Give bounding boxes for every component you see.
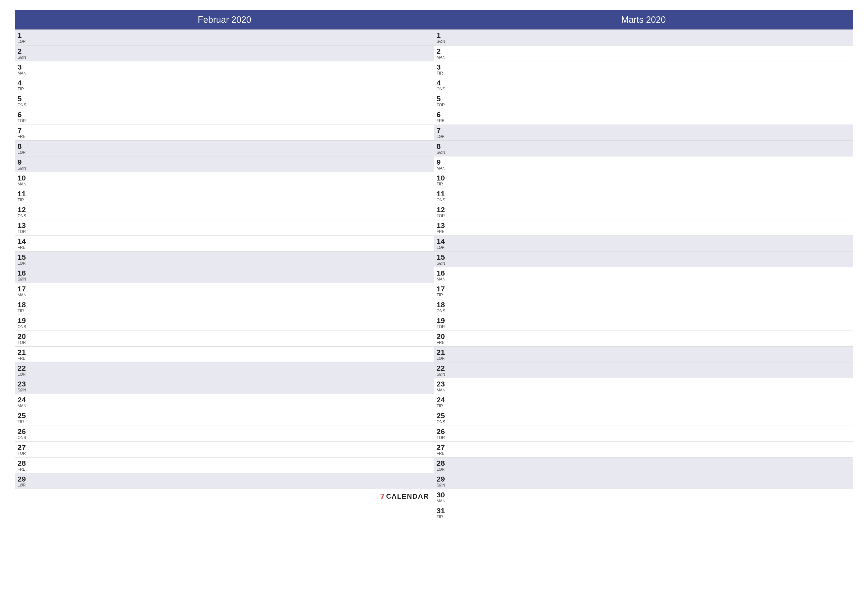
table-row: 23MAN [434,378,853,394]
day-content [454,172,853,188]
day-number: 16 [437,269,451,277]
table-row: 6FRE [434,109,853,125]
day-name: TOR [17,230,33,234]
table-row: 27TOR [15,442,434,457]
day-content [35,394,434,410]
day-number: 28 [437,459,451,467]
day-cell: 12TOR [434,204,454,219]
table-row: 28LØR [434,457,853,473]
day-cell: 13TOR [15,220,35,235]
day-number: 25 [437,412,451,420]
day-content [454,220,853,235]
table-row: 8LØR [15,141,434,157]
day-number: 30 [437,491,451,499]
day-name: SØN [437,39,451,44]
day-name: FRE [437,230,451,234]
day-cell: 23SØN [15,378,35,394]
day-content [35,77,434,93]
day-content [454,252,853,267]
day-cell: 26TOR [434,426,454,441]
day-content [454,362,853,378]
table-row: 20TOR [15,331,434,347]
calendar-brand: 7CALENDAR [380,492,429,501]
table-row: 17TIR [434,283,853,299]
day-content [35,125,434,140]
day-cell: 7FRE [15,125,35,140]
day-content [35,188,434,204]
day-number: 29 [437,475,451,483]
day-name: FRE [17,467,33,472]
table-row: 3TIR [434,61,853,77]
day-name: TIR [437,293,451,297]
day-number: 19 [437,316,451,325]
day-cell: 3MAN [15,61,35,77]
day-content [454,394,853,410]
day-name: LØR [17,39,33,44]
day-cell: 28FRE [15,457,35,473]
day-name: MAN [17,71,33,76]
day-name: SØN [17,388,33,392]
day-cell: 17TIR [434,283,454,299]
day-number: 18 [437,300,451,309]
table-row: 13FRE [434,220,853,236]
day-name: TIR [17,309,33,313]
table-row: 17MAN [15,283,434,299]
day-content [454,125,853,140]
day-cell: 1LØR [15,30,35,45]
day-number: 13 [437,221,451,230]
day-number: 8 [437,142,451,150]
day-content [35,252,434,267]
table-row: 1LØR [15,30,434,45]
day-content [35,204,434,219]
table-row: 18ONS [434,299,853,315]
day-cell: 22SØN [434,362,454,378]
day-content [35,362,434,378]
day-content [35,299,434,315]
day-content [454,410,853,426]
day-number: 10 [437,174,451,182]
table-row: 1SØN [434,30,853,45]
day-cell: 2SØN [15,45,35,61]
day-cell: 9SØN [15,157,35,172]
day-cell: 23MAN [434,378,454,394]
day-cell: 2MAN [434,45,454,61]
day-cell: 19TOR [434,315,454,331]
month-column-0: Februar 20201LØR2SØN3MAN4TIR5ONS6TOR7FRE… [15,10,434,604]
day-cell: 18TIR [15,299,35,315]
day-number: 1 [17,31,33,39]
table-row: 23SØN [15,378,434,394]
table-row: 30MAN [434,489,853,505]
day-content [454,93,853,109]
table-row: 31TIR [434,505,853,521]
day-content [35,457,434,473]
day-name: TIR [437,515,451,519]
day-name: LØR [17,483,33,488]
table-row: 18TIR [15,299,434,315]
day-number: 2 [17,47,33,55]
day-content [35,45,434,61]
table-row: 7LØR [434,125,853,141]
table-row: 13TOR [15,220,434,236]
table-row: 5ONS [15,93,434,109]
day-cell: 18ONS [434,299,454,315]
day-content [35,410,434,426]
day-name: MAN [437,55,451,60]
day-cell: 10MAN [15,172,35,188]
calendar-icon: 7 [380,492,385,501]
day-content [454,188,853,204]
table-row: 25ONS [434,410,853,426]
day-number: 22 [437,364,451,372]
footer-area: 7CALENDAR [15,489,434,504]
day-content [35,442,434,457]
day-name: SØN [17,166,33,171]
day-content [35,426,434,441]
month-column-1: Marts 20201SØN2MAN3TIR4ONS5TOR6FRE7LØR8S… [434,10,853,604]
day-name: TIR [17,420,33,424]
day-number: 17 [17,285,33,293]
day-number: 4 [437,79,451,87]
day-number: 6 [437,110,451,118]
day-name: LØR [17,261,33,266]
day-name: MAN [17,182,33,187]
day-number: 10 [17,174,33,182]
day-content [35,157,434,172]
